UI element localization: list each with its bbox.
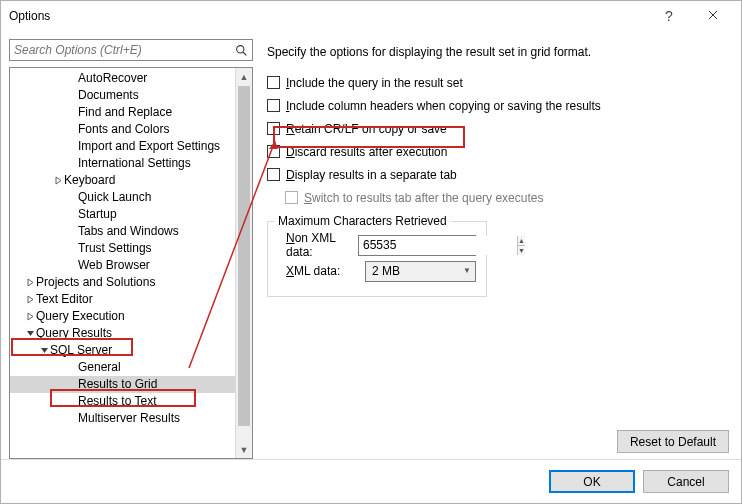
tree-item-fonts-and-colors[interactable]: Fonts and Colors [10, 121, 235, 138]
tree-item-label: Results to Text [78, 393, 156, 410]
options-window: Options ? AutoRe [0, 0, 742, 504]
spin-down-icon[interactable]: ▼ [518, 246, 525, 255]
tree-expander-icon[interactable] [52, 176, 64, 185]
checkbox-row: Include column headers when copying or s… [267, 94, 731, 117]
svg-line-3 [243, 52, 246, 55]
checkbox-row: Switch to results tab after the query ex… [285, 186, 731, 209]
tree-expander-icon[interactable] [38, 346, 50, 355]
tree-item-multiserver-results[interactable]: Multiserver Results [10, 410, 235, 427]
checkbox[interactable] [267, 145, 280, 158]
checkbox-label: Include column headers when copying or s… [286, 99, 601, 113]
tree-item-label: AutoRecover [78, 70, 147, 87]
svg-marker-7 [28, 313, 33, 320]
svg-point-2 [237, 45, 244, 52]
tree-item-label: Fonts and Colors [78, 121, 169, 138]
checkbox-label: Discard results after execution [286, 145, 447, 159]
tree-item-sql-server[interactable]: SQL Server [10, 342, 235, 359]
xml-combo[interactable]: 2 MB ▼ [365, 261, 476, 282]
checkbox-row: Discard results after execution [267, 140, 731, 163]
fieldset-legend: Maximum Characters Retrieved [274, 214, 451, 228]
window-title: Options [9, 9, 647, 23]
checkbox-label: Switch to results tab after the query ex… [304, 191, 543, 205]
tree-item-label: Startup [78, 206, 117, 223]
scroll-down-icon[interactable]: ▼ [236, 441, 252, 458]
tree-item-documents[interactable]: Documents [10, 87, 235, 104]
tree-item-trust-settings[interactable]: Trust Settings [10, 240, 235, 257]
tree-item-find-and-replace[interactable]: Find and Replace [10, 104, 235, 121]
tree-item-label: Trust Settings [78, 240, 152, 257]
svg-marker-4 [56, 177, 61, 184]
tree-item-startup[interactable]: Startup [10, 206, 235, 223]
checkbox-row: Display results in a separate tab [267, 163, 731, 186]
tree-item-label: International Settings [78, 155, 191, 172]
tree-item-results-to-text[interactable]: Results to Text [10, 393, 235, 410]
svg-marker-5 [28, 279, 33, 286]
tree-expander-icon[interactable] [24, 278, 36, 287]
tree-item-label: SQL Server [50, 342, 112, 359]
checkbox-row: Retain CR/LF on copy or save [267, 117, 731, 140]
xml-combo-value: 2 MB [372, 264, 400, 278]
tree-item-label: Query Results [36, 325, 112, 342]
search-box[interactable] [9, 39, 253, 61]
titlebar: Options ? [1, 1, 741, 31]
tree-expander-icon[interactable] [24, 329, 36, 338]
options-tree: AutoRecoverDocumentsFind and ReplaceFont… [9, 67, 253, 459]
scroll-up-icon[interactable]: ▲ [236, 68, 252, 85]
search-icon [235, 44, 248, 57]
tree-item-web-browser[interactable]: Web Browser [10, 257, 235, 274]
max-chars-fieldset: Maximum Characters Retrieved Non XML dat… [267, 221, 487, 297]
checkbox-label: Include the query in the result set [286, 76, 463, 90]
svg-marker-6 [28, 296, 33, 303]
tree-item-text-editor[interactable]: Text Editor [10, 291, 235, 308]
search-input[interactable] [10, 40, 230, 60]
tree-item-label: Quick Launch [78, 189, 151, 206]
options-heading: Specify the options for displaying the r… [267, 45, 731, 59]
cancel-button[interactable]: Cancel [643, 470, 729, 493]
tree-item-import-and-export-settings[interactable]: Import and Export Settings [10, 138, 235, 155]
tree-item-results-to-grid[interactable]: Results to Grid [10, 376, 235, 393]
left-pane: AutoRecoverDocumentsFind and ReplaceFont… [9, 39, 253, 459]
tree-expander-icon[interactable] [24, 312, 36, 321]
nonxml-input[interactable] [359, 236, 517, 255]
tree-item-label: Tabs and Windows [78, 223, 179, 240]
tree-item-label: Multiserver Results [78, 410, 180, 427]
tree-expander-icon[interactable] [24, 295, 36, 304]
tree-item-query-execution[interactable]: Query Execution [10, 308, 235, 325]
tree-item-projects-and-solutions[interactable]: Projects and Solutions [10, 274, 235, 291]
tree-item-label: Results to Grid [78, 376, 157, 393]
checkbox[interactable] [267, 99, 280, 112]
help-button[interactable]: ? [647, 2, 691, 30]
scroll-thumb[interactable] [238, 86, 250, 426]
nonxml-spinner[interactable]: ▲ ▼ [358, 235, 476, 256]
checkbox-label: Retain CR/LF on copy or save [286, 122, 447, 136]
tree-item-label: Web Browser [78, 257, 150, 274]
close-icon [708, 9, 718, 23]
search-icon-button[interactable] [230, 40, 252, 60]
right-pane: Specify the options for displaying the r… [267, 39, 731, 459]
spin-up-icon[interactable]: ▲ [518, 236, 525, 246]
tree-item-autorecover[interactable]: AutoRecover [10, 70, 235, 87]
svg-marker-9 [41, 348, 48, 353]
tree-item-label: Documents [78, 87, 139, 104]
checkbox [285, 191, 298, 204]
reset-to-default-button[interactable]: Reset to Default [617, 430, 729, 453]
checkbox[interactable] [267, 122, 280, 135]
close-button[interactable] [691, 2, 735, 30]
tree-item-label: Find and Replace [78, 104, 172, 121]
ok-button[interactable]: OK [549, 470, 635, 493]
checkbox-row: Include the query in the result set [267, 71, 731, 94]
tree-item-label: Keyboard [64, 172, 115, 189]
tree-item-keyboard[interactable]: Keyboard [10, 172, 235, 189]
chevron-down-icon: ▼ [463, 266, 471, 275]
tree-item-label: Import and Export Settings [78, 138, 220, 155]
checkbox[interactable] [267, 76, 280, 89]
tree-item-quick-launch[interactable]: Quick Launch [10, 189, 235, 206]
dialog-footer: OK Cancel [1, 459, 741, 503]
tree-scrollbar[interactable]: ▲ ▼ [235, 68, 252, 458]
tree-item-tabs-and-windows[interactable]: Tabs and Windows [10, 223, 235, 240]
tree-item-query-results[interactable]: Query Results [10, 325, 235, 342]
tree-item-international-settings[interactable]: International Settings [10, 155, 235, 172]
tree-item-general[interactable]: General [10, 359, 235, 376]
checkbox[interactable] [267, 168, 280, 181]
tree-item-label: Projects and Solutions [36, 274, 155, 291]
